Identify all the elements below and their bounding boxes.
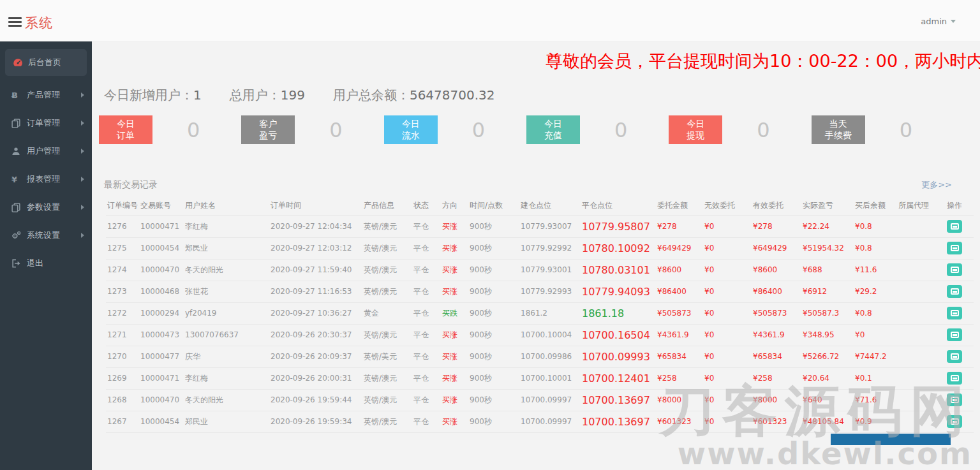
gear-icon — [11, 231, 26, 240]
cell-valid: ¥4361.9 — [752, 324, 801, 346]
sidebar-item-报表管理[interactable]: ¥ 报表管理 — [0, 165, 92, 193]
col-header-name: 用户姓名 — [184, 196, 269, 216]
stat-card-label: 当天手续费 — [812, 115, 865, 144]
cell-direction: 买涨 — [441, 367, 468, 389]
col-header-invalid: 无效委托 — [703, 196, 752, 216]
detail-button[interactable] — [947, 393, 962, 406]
stat-card-value: 0 — [614, 118, 627, 142]
cell-id: 1267 — [106, 411, 139, 432]
cell-duration: 900秒 — [468, 367, 519, 389]
sidebar-item-label: 用户管理 — [27, 145, 60, 157]
cell-close: 10780.10092 — [581, 237, 656, 259]
cell-product: 英镑/澳元 — [362, 367, 412, 389]
sidebar-item-label: 后台首页 — [28, 57, 61, 68]
cell-status: 平仓 — [412, 389, 441, 411]
cell-name: 庆华 — [184, 346, 269, 367]
sidebar-item-退出[interactable]: 退出 — [0, 249, 92, 277]
cell-valid: ¥8000 — [752, 389, 801, 411]
cell-agent — [897, 237, 946, 259]
more-link[interactable]: 更多>> — [921, 179, 952, 191]
cell-agent — [897, 216, 946, 237]
cell-status: 平仓 — [412, 324, 441, 346]
main-content: 尊敬的会员，平台提现时间为10：00-22：00，两小时内到账 今日新增用户：1… — [92, 41, 980, 470]
cell-invalid: ¥0 — [703, 216, 752, 237]
cell-open: 10700.09997 — [519, 389, 581, 411]
sidebar-item-label: 订单管理 — [27, 117, 60, 129]
cell-close: 10700.13697 — [581, 389, 656, 411]
cell-invalid: ¥0 — [703, 346, 752, 367]
col-header-product: 产品信息 — [362, 196, 412, 216]
cell-id: 1271 — [106, 324, 139, 346]
table-row: 127610000471李红梅2020-09-27 12:04:34英镑/澳元平… — [106, 216, 974, 237]
stat-card: 今日订单 0 — [99, 115, 241, 144]
cell-amount: ¥278 — [656, 216, 703, 237]
stat-card: 今日充值 0 — [526, 115, 669, 144]
cell-time: 2020-09-27 10:36:27 — [269, 302, 362, 324]
sidebar-menu: 后台首页 Ƀ 产品管理 订单管理 用户管理 ¥ 报表管理 参数设置 系统设置 退… — [0, 49, 92, 277]
detail-button[interactable] — [947, 372, 962, 385]
stat-card-label: 今日订单 — [99, 115, 152, 144]
list-icon — [951, 288, 959, 295]
cell-product: 黄金 — [362, 302, 412, 324]
cell-invalid: ¥0 — [703, 281, 752, 302]
cell-status: 平仓 — [412, 302, 441, 324]
detail-button[interactable] — [947, 263, 962, 276]
sidebar-item-label: 退出 — [27, 258, 43, 269]
signout-icon — [11, 259, 26, 268]
sidebar-item-产品管理[interactable]: Ƀ 产品管理 — [0, 81, 92, 109]
cell-profit: ¥688 — [801, 259, 854, 281]
detail-button[interactable] — [947, 285, 962, 298]
detail-button[interactable] — [947, 220, 962, 233]
cell-product: 英镑/澳元 — [362, 281, 412, 302]
sidebar-item-label: 报表管理 — [27, 173, 60, 185]
cell-direction: 买涨 — [441, 216, 468, 237]
cell-status: 平仓 — [412, 281, 441, 302]
user-menu[interactable]: admin — [921, 17, 956, 26]
cell-balance: ¥29.2 — [854, 281, 897, 302]
cell-account: 10000294 — [139, 302, 184, 324]
detail-button[interactable] — [947, 307, 962, 319]
sidebar-item-订单管理[interactable]: 订单管理 — [0, 109, 92, 137]
stat-card-value: 0 — [329, 118, 342, 142]
col-header-id: 订单编号 — [106, 196, 139, 216]
cell-invalid: ¥0 — [703, 367, 752, 389]
cell-close: 10779.94093 — [581, 281, 656, 302]
cell-direction: 买涨 — [441, 237, 468, 259]
cell-amount: ¥65834 — [656, 346, 703, 367]
col-header-open: 建仓点位 — [519, 196, 581, 216]
detail-button[interactable] — [947, 242, 962, 254]
sidebar-item-后台首页[interactable]: 后台首页 — [5, 49, 87, 76]
cell-valid: ¥8600 — [752, 259, 801, 281]
stat-card: 今日提现 0 — [669, 115, 811, 144]
stat-card-label: 客户盈亏 — [241, 115, 295, 144]
cell-status: 平仓 — [412, 259, 441, 281]
detail-button[interactable] — [947, 350, 962, 363]
sidebar-item-系统设置[interactable]: 系统设置 — [0, 221, 92, 249]
col-header-profit: 实际盈亏 — [801, 196, 854, 216]
table-row: 126710000454郑民业2020-09-26 19:59:34英镑/澳元平… — [106, 411, 974, 432]
cell-direction: 买涨 — [441, 259, 468, 281]
table-row: 126910000471李红梅2020-09-26 20:00:31英镑/澳元平… — [106, 367, 974, 389]
cell-duration: 900秒 — [468, 389, 519, 411]
sidebar-item-用户管理[interactable]: 用户管理 — [0, 137, 92, 165]
chevron-right-icon — [81, 205, 84, 210]
list-icon — [951, 267, 959, 273]
cell-duration: 900秒 — [468, 302, 519, 324]
stat-card-label: 今日提现 — [669, 115, 722, 144]
stats-summary: 今日新增用户：1 总用户：199 用户总余额：56478700.32 — [104, 87, 495, 104]
cell-product: 英镑/澳元 — [362, 237, 412, 259]
params-icon — [11, 203, 26, 212]
cell-balance: ¥0 — [854, 324, 897, 346]
menu-toggle-icon[interactable] — [8, 17, 22, 29]
sidebar-item-参数设置[interactable]: 参数设置 — [0, 193, 92, 221]
cell-product: 英镑/澳元 — [362, 411, 412, 432]
col-header-direction: 方向 — [441, 196, 468, 216]
cell-product: 英镑/美元 — [362, 346, 412, 367]
detail-button[interactable] — [947, 328, 962, 341]
cell-name: 李红梅 — [184, 367, 269, 389]
cell-invalid: ¥0 — [703, 324, 752, 346]
cell-profit: ¥348.95 — [801, 324, 854, 346]
list-icon — [951, 245, 959, 251]
detail-button[interactable] — [947, 415, 962, 428]
col-header-account: 交易账号 — [139, 196, 184, 216]
